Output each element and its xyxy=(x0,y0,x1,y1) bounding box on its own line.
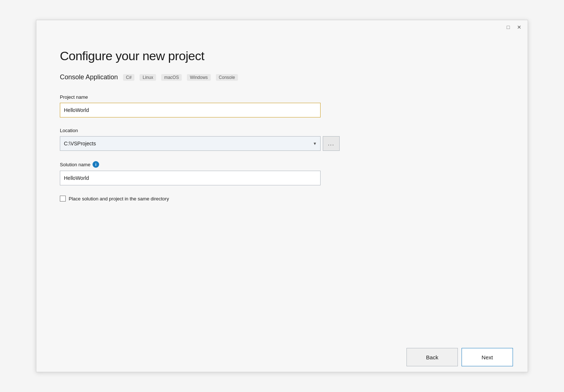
location-section: Location C:\VSProjects ▼ ... xyxy=(60,128,504,151)
tag-macos: macOS xyxy=(161,74,182,81)
main-content: Configure your new project Console Appli… xyxy=(36,34,528,216)
close-button[interactable]: ✕ xyxy=(516,24,523,30)
tag-linux: Linux xyxy=(140,74,156,81)
back-button[interactable]: Back xyxy=(406,348,458,366)
solution-name-input[interactable] xyxy=(60,171,321,185)
project-name-label: Project name xyxy=(60,94,504,100)
info-icon[interactable]: i xyxy=(93,161,99,168)
location-row: C:\VSProjects ▼ ... xyxy=(60,136,504,151)
checkbox-label[interactable]: Place solution and project in the same d… xyxy=(69,196,169,202)
title-bar: □ ✕ xyxy=(36,20,528,34)
solution-name-section: Solution name i xyxy=(60,161,504,185)
same-directory-checkbox[interactable] xyxy=(60,196,66,202)
tag-windows: Windows xyxy=(187,74,211,81)
project-name-section: Project name xyxy=(60,94,504,117)
next-button[interactable]: Next xyxy=(462,348,513,366)
tag-console: Console xyxy=(216,74,238,81)
location-label: Location xyxy=(60,128,504,133)
project-name-input[interactable] xyxy=(60,103,321,117)
main-window: □ ✕ Configure your new project Console A… xyxy=(36,20,528,372)
checkbox-row: Place solution and project in the same d… xyxy=(60,196,504,202)
app-type-label: Console Application xyxy=(60,73,118,81)
solution-name-label: Solution name i xyxy=(60,161,504,168)
bottom-bar: Back Next xyxy=(36,342,528,372)
location-select-wrapper: C:\VSProjects ▼ xyxy=(60,136,321,151)
page-title: Configure your new project xyxy=(60,49,504,63)
subtitle-row: Console Application C# Linux macOS Windo… xyxy=(60,73,504,81)
location-select[interactable]: C:\VSProjects xyxy=(60,136,321,151)
browse-button[interactable]: ... xyxy=(323,136,340,151)
maximize-button[interactable]: □ xyxy=(505,24,511,30)
tag-csharp: C# xyxy=(123,74,134,81)
